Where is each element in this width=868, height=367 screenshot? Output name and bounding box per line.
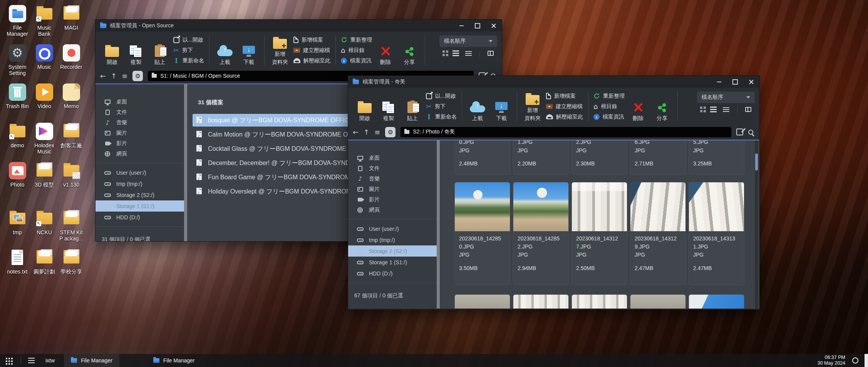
paste-button[interactable]: 貼上	[148, 35, 172, 66]
vertical-scrollbar[interactable]	[755, 140, 758, 309]
rename-button[interactable]: I重新命名	[426, 112, 457, 122]
sidebar-item-documents[interactable]: 文件	[96, 107, 184, 117]
desktop-icon-stem-kit[interactable]: STEM Kit P ackag...	[58, 209, 85, 249]
view-list-button[interactable]	[710, 107, 717, 114]
view-pane-button[interactable]	[745, 107, 751, 113]
desktop-icon-memo[interactable]: Memo	[58, 83, 85, 122]
sidebar-item-music[interactable]: 音樂	[96, 117, 184, 128]
start-menu-button[interactable]	[0, 354, 17, 367]
view-grid-button[interactable]	[442, 50, 445, 58]
upload-button[interactable]: 上載	[213, 35, 237, 66]
new-folder-button[interactable]: 新增 資料夾	[521, 91, 545, 122]
search-button[interactable]	[748, 130, 753, 135]
address-bar[interactable]: S2: / Photo / 奇美	[400, 127, 731, 137]
view-grid-button[interactable]	[700, 107, 702, 114]
sidebar-item-pictures[interactable]: 圖片	[96, 128, 184, 138]
language-indicator[interactable]: ixtw	[45, 357, 55, 364]
sidebar-item-web[interactable]: 網頁	[348, 205, 437, 215]
desktop-icon-system-setting[interactable]: System Setting	[4, 44, 31, 83]
photo-cell[interactable]: 20230618_143131.JPGJPG2.47MB	[689, 182, 744, 285]
open-with-button[interactable]: 以...開啟	[426, 91, 457, 101]
sidebar-item-desktop[interactable]: 桌面	[96, 97, 184, 107]
taskbar-task-file-manager-1[interactable]: File Manager	[64, 354, 119, 367]
close-button[interactable]	[743, 76, 759, 88]
sidebar-drive-user[interactable]: User (user:/)	[348, 223, 437, 234]
sidebar-item-desktop[interactable]: 桌面	[348, 153, 437, 163]
sidebar-drive-hdd[interactable]: HDD (D:/)	[96, 212, 184, 223]
desktop-icon-holodex-music[interactable]: Holodex Music	[31, 122, 58, 162]
share-button[interactable]: 分享	[650, 91, 674, 122]
settings-button[interactable]: ⚙	[385, 127, 395, 137]
download-button[interactable]: 下載	[489, 91, 513, 122]
desktop-icon-v1130[interactable]: v1.130	[58, 162, 85, 201]
back-button[interactable]: ←	[353, 128, 359, 136]
sort-order-dropdown[interactable]: 檔名順序	[439, 35, 497, 47]
cut-button[interactable]: ✂剪下	[173, 45, 204, 55]
photo-cell[interactable]	[630, 294, 686, 309]
extract-here-button[interactable]: 解壓縮至此	[293, 56, 330, 65]
sidebar-drive-storage2[interactable]: Storage 2 (S2:/)	[96, 189, 184, 200]
file-info-button[interactable]: i檔案資訊	[341, 56, 372, 65]
open-button[interactable]: 開啟	[100, 35, 124, 66]
clock[interactable]: 06:37 PM 30 May 2024	[818, 355, 845, 366]
extract-here-button[interactable]: 解壓縮至此	[546, 112, 583, 122]
desktop-icon-file-manager[interactable]: File Manager	[4, 5, 31, 44]
show-desktop-button[interactable]	[865, 354, 868, 367]
refresh-button[interactable]: 重新整理	[593, 91, 625, 101]
maximize-button[interactable]	[469, 20, 486, 32]
open-button[interactable]: 開啟	[353, 91, 377, 122]
up-button[interactable]: ↑	[111, 72, 117, 80]
root-directory-button[interactable]: ⌂根目錄	[593, 102, 625, 111]
sidebar-drive-user[interactable]: User (user:/)	[96, 167, 184, 178]
rename-button[interactable]: I重新命名	[173, 56, 204, 65]
photo-cell[interactable]: 20230618_142850.JPGJPG3.50MB	[454, 182, 510, 285]
copy-button[interactable]: 複製	[124, 35, 148, 66]
sidebar-item-videos[interactable]: 影片	[96, 138, 184, 148]
refresh-button[interactable]: 重新整理	[341, 35, 372, 45]
sidebar-item-documents[interactable]: 文件	[348, 163, 437, 173]
menu-button[interactable]: ≡	[122, 72, 127, 80]
back-button[interactable]: ←	[100, 72, 106, 80]
power-icon[interactable]	[852, 357, 858, 364]
sidebar-splitter[interactable]	[437, 140, 440, 309]
desktop-icon-music[interactable]: Music	[31, 44, 58, 83]
open-with-button[interactable]: 以...開啟	[173, 35, 204, 45]
sort-order-dropdown[interactable]: 檔名順序	[697, 92, 755, 103]
sidebar-item-music[interactable]: 音樂	[348, 173, 437, 184]
desktop-icon-tmp[interactable]: tmp	[4, 209, 31, 249]
photo-cell[interactable]: 20230618_143129.JPGJPG2.47MB	[630, 182, 686, 285]
photo-cell[interactable]: 5.JPGJPG3.25MB	[689, 140, 744, 175]
desktop-icon-recorder[interactable]: Recorder	[58, 44, 85, 83]
create-archive-button[interactable]: 建立壓縮檔	[546, 102, 583, 111]
share-button[interactable]: 分享	[397, 35, 421, 66]
desktop-icon-maker-factory[interactable]: 創客工廠	[58, 122, 85, 162]
photo-cell[interactable]: 20230618_143127.JPGJPG2.50MB	[571, 182, 627, 285]
sidebar-drive-tmp[interactable]: tmp (tmp:/)	[348, 234, 437, 245]
desktop-icon-video[interactable]: Video	[31, 83, 58, 122]
new-file-button[interactable]: 新增檔案	[546, 91, 583, 101]
photo-cell[interactable]: 6.JPGJPG2.71MB	[630, 140, 686, 175]
titlebar[interactable]: 檔案管理員 - Open Source	[96, 20, 502, 32]
desktop-icon-photo[interactable]: Photo	[4, 162, 31, 201]
cut-button[interactable]: ✂剪下	[426, 102, 457, 111]
root-directory-button[interactable]: ⌂根目錄	[341, 45, 372, 55]
sidebar-drive-storage1-selected[interactable]: Storage 1 (S1:/)	[96, 200, 184, 212]
new-file-button[interactable]: 新增檔案	[293, 35, 330, 45]
desktop-icon-magi[interactable]: MAGI	[58, 5, 85, 44]
sidebar-splitter[interactable]	[184, 84, 187, 241]
photo-cell[interactable]	[689, 294, 744, 309]
taskbar-task-file-manager-2[interactable]: File Manager	[146, 354, 202, 367]
new-folder-button[interactable]: 新增 資料夾	[268, 35, 292, 66]
sidebar-item-pictures[interactable]: 圖片	[348, 184, 437, 194]
sidebar-drive-storage2-selected[interactable]: Storage 2 (S2:/)	[348, 245, 437, 257]
desktop-icon-school-share[interactable]: 學校分享	[58, 249, 85, 288]
photo-cell[interactable]	[571, 294, 627, 309]
download-button[interactable]: 下載	[237, 35, 261, 66]
maximize-button[interactable]	[727, 76, 743, 88]
close-button[interactable]	[486, 20, 502, 32]
scrollbar-thumb[interactable]	[755, 153, 758, 170]
desktop-icon-trash-bin[interactable]: Trash Bin	[4, 83, 31, 122]
upload-button[interactable]: 上載	[466, 91, 489, 122]
paste-button[interactable]: 貼上	[400, 91, 424, 122]
up-button[interactable]: ↑	[364, 128, 369, 136]
